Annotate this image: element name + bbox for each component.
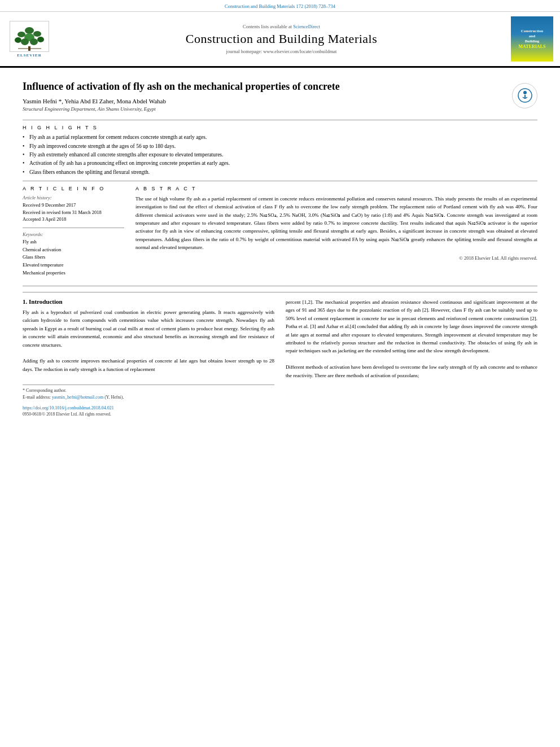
highlight-item: Activation of fly ash has a pronouncing … [23,160,537,167]
article-title-text: Influence of activation of fly ash on th… [23,80,506,112]
svg-point-1 [18,32,25,37]
article-info-col: A R T I C L E I N F O Article history: R… [23,186,124,281]
check-updates-text [517,88,533,104]
copyright-line: © 2018 Elsevier Ltd. All rights reserved… [135,255,537,261]
sciencedirect-link[interactable]: ScienceDirect [293,24,320,29]
svg-point-0 [25,27,34,34]
cbm-logo-text: Construction and Building [521,29,543,44]
svg-point-7 [30,38,38,45]
history-label: Article history: [23,195,124,200]
affiliation: Structural Engineering Department, Ain S… [23,106,506,112]
corresponding-note: * Corresponding author. [23,387,274,394]
info-abstract-section: A R T I C L E I N F O Article history: R… [23,186,537,281]
article-title: Influence of activation of fly ash on th… [23,80,506,93]
abstract-label: A B S T R A C T [135,186,537,191]
keywords-section: Keywords: Fly ash Chemical activation Gl… [23,231,124,277]
body-section: 1. Introduction Fly ash is a byproduct o… [23,292,537,417]
svg-point-6 [21,38,29,45]
article-history: Article history: Received 9 December 201… [23,195,124,223]
intro-heading: 1. Introduction [23,298,274,305]
email-link[interactable]: yasmin_hefni@hotmail.com [52,395,103,400]
header-center: Contents lists available at ScienceDirec… [58,24,505,54]
info-divider [23,228,124,228]
keywords-list: Fly ash Chemical activation Glass fibers… [23,238,124,277]
check-updates-badge [512,83,537,108]
intro-text-col1: Fly ash is a byproduct of pulverized coa… [23,308,274,373]
divider-1 [23,120,537,120]
revised-date: Received in revised form 31 March 2018 [23,209,124,216]
divider-3 [23,286,537,286]
svg-point-2 [33,31,41,37]
cbm-logo: Construction and Building MATERIALS [511,16,553,62]
journal-title: Construction and Building Materials [58,32,505,46]
elsevier-logo: ELSEVIER [7,21,52,58]
abstract-text: The use of high volume fly ash as a part… [135,195,537,252]
homepage-line: journal homepage: www.elsevier.com/locat… [58,49,505,54]
received-date: Received 9 December 2017 [23,202,124,209]
highlight-item: Fly ash extremely enhanced all concrete … [23,151,537,159]
highlight-item: Glass fibers enhances the splitting and … [23,169,537,176]
body-col-right: percent [1,2]. The mechanical properties… [286,298,537,417]
keyword-item: Elevated temperature [23,261,124,269]
keyword-item: Fly ash [23,238,124,246]
keyword-item: Glass fibers [23,254,124,261]
body-two-col: 1. Introduction Fly ash is a byproduct o… [23,298,537,417]
highlights-list: Fly ash as a partial replacement for cem… [23,134,537,176]
keywords-label: Keywords: [23,231,124,237]
keyword-item: Mechanical properties [23,269,124,277]
article-info-label: A R T I C L E I N F O [23,186,124,191]
authors: Yasmin Hefni *, Yehia Abd El Zaher, Mona… [23,98,506,104]
svg-point-11 [523,91,527,94]
elsevier-logo-image [10,21,49,52]
highlights-label: H I G H L I G H T S [23,125,537,130]
elsevier-label: ELSEVIER [17,53,41,58]
cbm-logo-materials: MATERIALS [519,44,546,49]
accepted-date: Accepted 3 April 2018 [23,216,124,223]
keyword-item: Chemical activation [23,246,124,254]
email-note: E-mail address: yasmin_hefni@hotmail.com… [23,394,274,401]
highlights-section: H I G H L I G H T S Fly ash as a partial… [23,125,537,176]
svg-point-3 [15,37,21,43]
intro-text-col2: percent [1,2]. The mechanical properties… [286,298,537,379]
article-content: Influence of activation of fly ash on th… [0,68,560,423]
journal-header: ELSEVIER Contents lists available at Sci… [0,12,560,68]
footnote-section: * Corresponding author. E-mail address: … [23,385,274,417]
body-col-left: 1. Introduction Fly ash is a byproduct o… [23,298,274,417]
issn-line: 0950-0618/© 2018 Elsevier Ltd. All right… [23,412,274,417]
doi-link[interactable]: https://doi.org/10.1016/j.conbuildmat.20… [23,405,114,410]
highlight-item: Fly ash as a partial replacement for cem… [23,134,537,141]
elsevier-tree-icon [11,26,48,51]
journal-reference: Construction and Building Materials 172 … [0,0,560,12]
divider-2 [23,181,537,181]
contents-line: Contents lists available at ScienceDirec… [58,24,505,29]
svg-point-4 [37,37,44,42]
abstract-col: A B S T R A C T The use of high volume f… [135,186,537,281]
highlight-item: Fly ash improved concrete strength at th… [23,143,537,150]
check-updates-icon [517,88,533,103]
article-title-section: Influence of activation of fly ash on th… [23,75,537,116]
